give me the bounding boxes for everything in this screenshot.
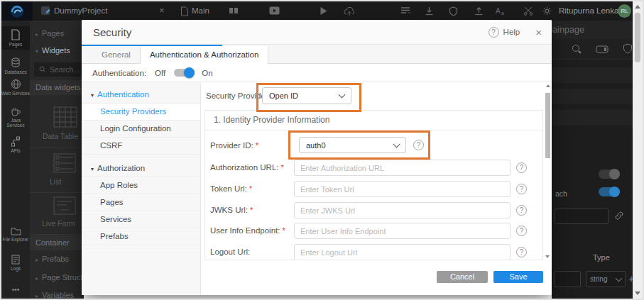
rail-more-icon[interactable]: •••: [1, 286, 30, 294]
user-info-endpoint-help-icon[interactable]: ?: [516, 226, 527, 236]
nav-item-services[interactable]: Services: [82, 211, 200, 228]
provider-id-select[interactable]: auth0: [299, 137, 406, 153]
variable-name-input[interactable]: [554, 271, 581, 287]
scroll-down-arrow[interactable]: [545, 255, 550, 258]
queue-list-icon[interactable]: [400, 6, 411, 15]
scroll-thumb[interactable]: [635, 13, 640, 62]
nav-item-app-roles[interactable]: App Roles: [82, 177, 200, 194]
import-icon[interactable]: [425, 6, 434, 16]
nav-item-pages[interactable]: Pages: [82, 194, 200, 211]
search-placeholder: Search...: [50, 65, 80, 74]
tab-authentication-authorization[interactable]: Authentication & Authorization: [140, 46, 268, 64]
authorization-url-help-icon[interactable]: ?: [516, 162, 527, 173]
tree-item-widgets[interactable]: ▾Widgets: [30, 46, 84, 55]
wavemaker-logo-icon[interactable]: [1, 1, 33, 21]
identity-provider-section: 1. Identity Provider Information Provide…: [204, 110, 543, 260]
rail-item-java-services[interactable]: Java Services: [1, 107, 30, 128]
help-icon: ?: [489, 27, 499, 38]
close-project-icon[interactable]: ×: [159, 5, 165, 16]
logout-url-help-icon[interactable]: ?: [516, 247, 527, 257]
form-scrollbar[interactable]: [545, 84, 551, 258]
window-scrollbar[interactable]: [633, 1, 643, 299]
link-icon[interactable]: [614, 211, 624, 221]
rail-item-file-explorer[interactable]: File Explorer: [1, 227, 30, 242]
toggle-off[interactable]: [599, 170, 620, 179]
video-icon[interactable]: [269, 6, 280, 15]
off-label: Off: [155, 69, 165, 77]
logout-url-input[interactable]: [294, 244, 511, 260]
token-url-input[interactable]: [294, 181, 511, 197]
provider-id-help-icon[interactable]: ?: [413, 140, 424, 150]
required-asterisk: *: [249, 184, 252, 193]
rail-item-databases[interactable]: Databases: [1, 57, 30, 74]
tab-general[interactable]: General: [92, 46, 140, 63]
bind-input[interactable]: [555, 209, 608, 224]
project-name[interactable]: DummyProject: [54, 6, 107, 15]
security-nav: ▾Authentication Security Providers Login…: [82, 82, 201, 295]
security-provider-label: Security Provider:: [206, 91, 271, 100]
scroll-up-arrow[interactable]: [635, 5, 640, 9]
tree-item-prefabs[interactable]: ▸Prefabs: [30, 255, 84, 263]
rail-label: APIs: [1, 148, 30, 153]
translate-icon[interactable]: Aa: [496, 6, 507, 16]
widget-tile-data-table[interactable]: Data Table: [30, 96, 84, 148]
inspect-icon[interactable]: [572, 44, 582, 55]
export-icon[interactable]: [474, 6, 484, 16]
nav-item-prefabs[interactable]: Prefabs: [82, 228, 200, 245]
tree-item-variables[interactable]: ▸Variables: [30, 291, 84, 299]
scroll-down-arrow[interactable]: [635, 291, 640, 295]
jwks-url-input[interactable]: [294, 202, 511, 218]
property-row: [552, 110, 634, 126]
security-provider-select[interactable]: Open ID: [262, 87, 351, 104]
page-title: Mainpage: [552, 21, 634, 39]
rail-label: Databases: [1, 70, 30, 74]
panel-toolbar: [552, 39, 634, 60]
widgets-panel: ▸Pages ▾Widgets Search... Data widgets D…: [30, 21, 84, 299]
settings-gear-icon[interactable]: [542, 6, 552, 16]
widget-tile-live-form[interactable]: Live Form: [30, 194, 84, 235]
rail-item-web-services[interactable]: Web Services: [1, 79, 30, 96]
save-button[interactable]: Save: [493, 271, 543, 283]
nav-item-login-configuration[interactable]: Login Configuration: [82, 121, 200, 138]
user-avatar[interactable]: RL: [618, 4, 631, 18]
tree-item-page-structure[interactable]: ▸Page Structure: [30, 273, 84, 282]
shield-outline-icon[interactable]: [623, 43, 633, 54]
user-info-endpoint-input[interactable]: [294, 223, 511, 239]
required-asterisk: *: [250, 206, 253, 214]
run-icon[interactable]: [320, 6, 328, 16]
scroll-up-arrow[interactable]: [546, 84, 550, 87]
toggle-on[interactable]: [599, 187, 620, 196]
dialog-body: ▾Authentication Security Providers Login…: [82, 82, 552, 295]
widget-tile-list[interactable]: List: [30, 149, 84, 193]
authentication-switch[interactable]: [174, 69, 193, 77]
nav-item-csrf[interactable]: CSRF: [82, 138, 200, 155]
shield-icon[interactable]: [449, 6, 458, 16]
user-name[interactable]: Ritupurna Lenka: [559, 6, 618, 15]
tab-main[interactable]: Main: [192, 6, 209, 15]
close-dialog-icon[interactable]: ×: [535, 27, 542, 38]
property-row: [552, 89, 634, 104]
rail-item-pages[interactable]: Pages: [1, 26, 30, 50]
tree-item-pages[interactable]: ▸Pages: [30, 29, 84, 38]
on-label: On: [202, 69, 212, 77]
token-url-label: Token Url:*: [210, 184, 252, 193]
nav-item-security-providers[interactable]: Security Providers: [82, 104, 200, 121]
device-preview-icon[interactable]: [596, 45, 608, 53]
split-view-icon[interactable]: [229, 6, 239, 15]
widget-search-input[interactable]: Search...: [34, 62, 84, 77]
authorization-url-input[interactable]: [294, 160, 511, 176]
triangle-right-icon: ▸: [36, 293, 38, 299]
branch-icon[interactable]: [523, 6, 533, 16]
type-select[interactable]: string: [586, 271, 626, 287]
help-button[interactable]: ? Help: [489, 27, 520, 38]
rail-item-apis[interactable]: APIs: [1, 136, 30, 153]
jwks-url-help-icon[interactable]: ?: [516, 205, 527, 216]
cancel-button[interactable]: Cancel: [437, 271, 488, 283]
scroll-thumb[interactable]: [545, 93, 550, 158]
authentication-label: Authentication:: [92, 69, 146, 77]
deploy-cloud-icon[interactable]: [344, 6, 355, 16]
nav-group-authentication[interactable]: ▾Authentication: [82, 87, 200, 104]
rail-item-logs[interactable]: Logs: [1, 255, 30, 271]
nav-group-authorization[interactable]: ▾Authorization: [82, 160, 200, 177]
token-url-help-icon[interactable]: ?: [516, 184, 527, 194]
